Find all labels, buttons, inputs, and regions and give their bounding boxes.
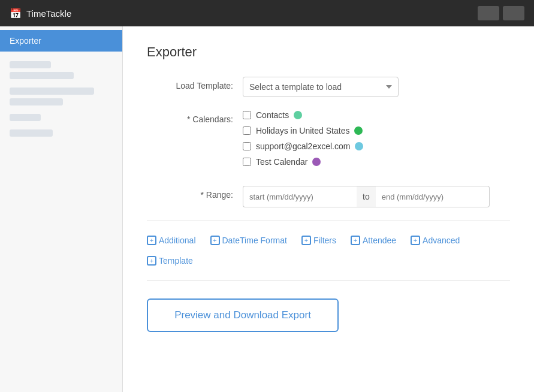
calendar-checkbox-holidays[interactable] [243,126,251,135]
skeleton-row-4 [10,98,63,105]
calendar-checkbox-contacts[interactable] [243,111,251,119]
calendar-dot-holidays [354,126,363,135]
load-template-control: Select a template to load [243,77,510,97]
section-template[interactable]: + Template [147,254,193,268]
divider-2 [147,280,510,281]
calendar-name-support: support@gcal2excel.com [256,141,350,151]
datetime-icon: + [210,236,220,245]
section-template-label: Template [159,256,193,266]
calendar-item-contacts: Contacts [243,110,510,120]
additional-icon: + [147,236,156,245]
calendar-checkbox-test[interactable] [243,158,251,166]
skeleton-row-1 [10,61,51,68]
calendars-row: * Calendars: Contacts Holidays in United… [147,110,510,173]
app-title: TimeTackle [26,8,71,19]
section-datetime-label: DateTime Format [222,236,287,245]
skeleton-row-3 [10,88,94,95]
layout: Exporter Exporter Load Template: Select … [0,26,534,392]
section-links: + Additional + DateTime Format + Filters… [147,233,510,248]
page-title: Exporter [147,44,510,60]
main-content: Exporter Load Template: Select a templat… [123,26,534,392]
section-advanced[interactable]: + Advanced [411,233,460,248]
app-brand: 📅 TimeTackle [10,8,71,19]
calendar-item-support: support@gcal2excel.com [243,141,510,151]
section-additional-label: Additional [159,236,196,245]
section-additional[interactable]: + Additional [147,233,196,248]
preview-section: Preview and Download Export [147,293,510,332]
calendar-item-test: Test Calendar [243,157,510,167]
calendar-name-contacts: Contacts [256,110,289,120]
topbar-controls [478,6,524,20]
calendars-control: Contacts Holidays in United States suppo… [243,110,510,173]
calendar-item-holidays: Holidays in United States [243,126,510,135]
calendar-list: Contacts Holidays in United States suppo… [243,110,510,167]
section-attendee[interactable]: + Attendee [351,233,396,248]
section-advanced-label: Advanced [423,236,460,245]
range-control: to [243,186,510,207]
attendee-icon: + [351,236,360,245]
sidebar: Exporter [0,26,123,392]
skeleton-row-2 [10,72,74,79]
preview-download-button[interactable]: Preview and Download Export [147,298,339,332]
calendar-dot-test [312,158,321,166]
range-to-separator: to [357,186,376,207]
template-icon: + [147,256,156,266]
section-attendee-label: Attendee [363,236,396,245]
template-select[interactable]: Select a template to load [243,77,399,97]
topbar: 📅 TimeTackle [0,0,534,26]
range-start-input[interactable] [243,186,357,207]
calendar-dot-support [355,142,363,150]
range-inputs: to [243,186,510,207]
sidebar-item-exporter[interactable]: Exporter [0,30,122,52]
topbar-btn-1[interactable] [478,6,499,20]
advanced-icon: + [411,236,420,245]
calendar-name-test: Test Calendar [256,157,307,167]
section-datetime-format[interactable]: + DateTime Format [210,233,287,248]
sidebar-skeleton [0,52,122,145]
range-row: * Range: to [147,186,510,207]
calendar-name-holidays: Holidays in United States [256,126,349,135]
section-filters[interactable]: + Filters [301,233,336,248]
app-icon: 📅 [10,8,22,19]
load-template-row: Load Template: Select a template to load [147,77,510,97]
section-filters-label: Filters [313,236,336,245]
calendar-checkbox-support[interactable] [243,142,251,150]
calendars-label-text: * Calendars: [187,114,233,124]
calendars-label: * Calendars: [147,110,243,124]
template-section-row: + Template [147,254,510,268]
divider-1 [147,221,510,221]
range-end-input[interactable] [376,186,490,207]
load-template-label: Load Template: [147,77,243,91]
filters-icon: + [301,236,311,245]
calendar-dot-contacts [294,111,302,119]
range-label: * Range: [147,186,243,200]
skeleton-row-6 [10,129,53,137]
topbar-btn-2[interactable] [503,6,524,20]
skeleton-row-5 [10,114,41,121]
